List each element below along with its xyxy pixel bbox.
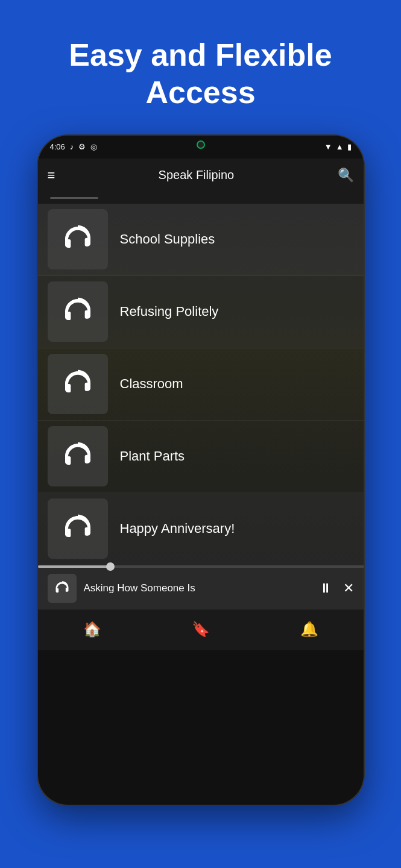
headphones-icon-4 (61, 439, 95, 473)
home-icon: 🏠 (83, 621, 101, 638)
status-left: 4:06 ♪ ⚙ ◎ (50, 142, 98, 151)
list-item[interactable]: Classroom (38, 348, 364, 421)
phone-mockup: 4:06 ♪ ⚙ ◎ ▼ ▲ ▮ ≡ Speak Filipino 🔍 (38, 136, 364, 805)
item-thumbnail-5 (48, 498, 108, 559)
music-icon: ♪ (70, 142, 74, 151)
signal-circle-icon: ◎ (90, 142, 97, 151)
time-display: 4:06 (50, 142, 65, 151)
search-icon[interactable]: 🔍 (338, 168, 354, 183)
headphones-icon-1 (61, 222, 95, 256)
hero-title: Easy and Flexible Access (0, 0, 401, 136)
nav-item-home[interactable]: 🏠 (38, 621, 147, 638)
signal-bars-icon: ▲ (336, 142, 344, 151)
close-button[interactable]: ✕ (343, 580, 354, 596)
player-content: Asking How Someone Is ⏸ ✕ (38, 568, 364, 609)
camera-notch (197, 140, 205, 149)
headphones-icon-5 (61, 512, 95, 546)
nav-item-notifications[interactable]: 🔔 (255, 621, 364, 638)
headphones-icon-2 (61, 295, 95, 329)
scroll-indicator (38, 192, 364, 204)
bookmark-icon: 🔖 (192, 621, 210, 638)
list-item[interactable]: Refusing Politely (38, 276, 364, 348)
status-right-icons: ▼ ▲ ▮ (324, 142, 352, 151)
item-label-2: Refusing Politely (120, 304, 219, 319)
item-thumbnail-4 (48, 426, 108, 486)
list-item[interactable]: Plant Parts (38, 421, 364, 493)
pause-button[interactable]: ⏸ (319, 580, 332, 596)
app-bar: ≡ Speak Filipino 🔍 (38, 159, 364, 192)
item-label-4: Plant Parts (120, 448, 185, 464)
player-progress-bar[interactable] (38, 565, 364, 568)
wifi-icon: ▼ (324, 142, 332, 151)
settings-status-icon: ⚙ (78, 142, 86, 151)
player-controls: ⏸ ✕ (319, 580, 354, 596)
player-progress-fill (38, 565, 110, 568)
player-thumbnail (48, 574, 77, 603)
battery-icon: ▮ (347, 142, 352, 151)
item-label-3: Classroom (120, 376, 183, 392)
item-thumbnail-3 (48, 354, 108, 414)
bell-icon: 🔔 (300, 621, 318, 638)
player-bar: Asking How Someone Is ⏸ ✕ (38, 565, 364, 609)
player-headphones-icon (54, 580, 71, 597)
list-item[interactable]: Happy Anniversary! (38, 493, 364, 565)
headphones-icon-3 (61, 367, 95, 401)
bottom-nav: 🏠 🔖 🔔 (38, 609, 364, 650)
list-item[interactable]: School Supplies (38, 204, 364, 276)
content-list: School Supplies Refusing Politely Classr… (38, 204, 364, 565)
hamburger-menu-icon[interactable]: ≡ (48, 168, 55, 183)
player-progress-thumb[interactable] (106, 562, 115, 571)
status-bar: 4:06 ♪ ⚙ ◎ ▼ ▲ ▮ (38, 136, 364, 159)
item-label-5: Happy Anniversary! (120, 521, 235, 536)
item-thumbnail-1 (48, 209, 108, 269)
player-track-title: Asking How Someone Is (84, 582, 312, 594)
scroll-line (50, 197, 98, 199)
nav-item-bookmark[interactable]: 🔖 (147, 621, 255, 638)
item-thumbnail-2 (48, 281, 108, 342)
item-label-1: School Supplies (120, 231, 215, 247)
app-title: Speak Filipino (159, 168, 235, 182)
